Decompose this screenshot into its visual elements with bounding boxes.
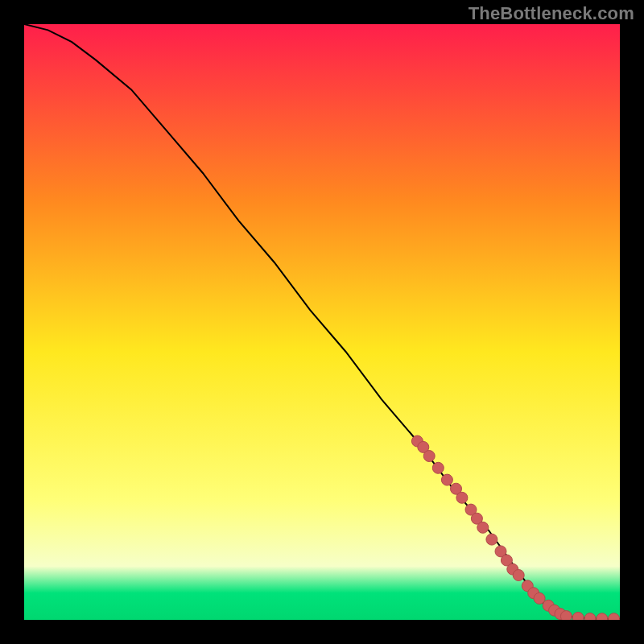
data-dot: [572, 612, 584, 620]
gradient-background: [24, 24, 620, 620]
data-dot: [432, 462, 444, 473]
data-dot: [513, 570, 524, 581]
data-dot: [456, 492, 468, 503]
chart-svg: [24, 24, 620, 620]
data-dot: [441, 474, 452, 485]
watermark-text: TheBottleneck.com: [469, 3, 634, 24]
data-dot: [560, 611, 572, 620]
data-dot: [423, 451, 435, 462]
data-dot: [486, 534, 497, 545]
data-dot: [477, 522, 489, 533]
chart-area: [24, 24, 620, 620]
